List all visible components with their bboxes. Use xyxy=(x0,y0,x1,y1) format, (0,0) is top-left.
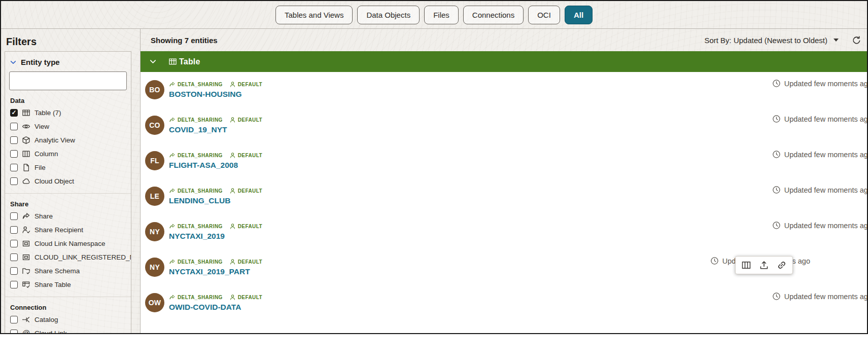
badge-delta-sharing: DELTA_SHARING xyxy=(169,294,223,301)
badge-label: DELTA_SHARING xyxy=(178,224,223,229)
badge-row: DELTA_SHARINGDEFAULT xyxy=(169,117,262,123)
refresh-button[interactable] xyxy=(852,35,861,45)
checkbox[interactable] xyxy=(10,253,18,261)
table-group-header[interactable]: Table xyxy=(141,51,867,72)
checkbox[interactable] xyxy=(10,316,18,323)
entity-name-link[interactable]: OWID-COVID-DATA xyxy=(169,303,262,312)
export-icon[interactable] xyxy=(759,260,769,270)
cube-icon xyxy=(22,136,30,144)
badge-row: DELTA_SHARINGDEFAULT xyxy=(169,188,262,194)
entity-type-filter-input[interactable] xyxy=(9,71,127,90)
entity-name-link[interactable]: COVID_19_NYT xyxy=(169,125,262,134)
filter-item-cloud-link-registered-namesp[interactable]: CLOUD_LINK_REGISTERED_NAMESP xyxy=(5,250,131,264)
sort-by-control[interactable]: Sort By: Updated (Newest to Oldest) xyxy=(704,36,839,45)
share-icon xyxy=(22,212,30,221)
table-icon xyxy=(168,57,177,66)
filter-item-analytic-view[interactable]: Analytic View xyxy=(5,133,131,147)
top-tab-bar: Tables and ViewsData ObjectsFilesConnect… xyxy=(1,1,867,29)
entity-name-link[interactable]: LENDING_CLUB xyxy=(169,196,262,205)
tab-data-objects[interactable]: Data Objects xyxy=(357,6,420,24)
avatar: BO xyxy=(145,80,164,99)
checkbox[interactable] xyxy=(10,330,18,334)
checkbox[interactable] xyxy=(10,212,18,220)
checkbox[interactable] xyxy=(10,123,18,130)
checkbox[interactable] xyxy=(10,240,18,247)
checkbox[interactable] xyxy=(10,267,18,275)
entity-row-flight-asa-2008: FLDELTA_SHARINGDEFAULTFLIGHT-ASA_2008Upd… xyxy=(141,143,867,178)
filters-sidebar: Filters Entity type DataTable (7)ViewAna… xyxy=(1,29,141,333)
badge-label: DEFAULT xyxy=(238,117,262,123)
badge-delta-sharing: DELTA_SHARING xyxy=(169,223,223,230)
checkbox[interactable] xyxy=(10,164,18,171)
tab-files[interactable]: Files xyxy=(424,6,459,24)
avatar: CO xyxy=(145,116,164,135)
updated-timestamp: Updated few moments ago xyxy=(772,186,868,194)
entity-name-link[interactable]: BOSTON-HOUSING xyxy=(169,90,262,99)
badge-row: DELTA_SHARINGDEFAULT xyxy=(169,223,262,230)
columns-icon[interactable] xyxy=(741,260,751,270)
badge-label: DEFAULT xyxy=(238,82,262,87)
filter-item-cloud-object[interactable]: Cloud Object xyxy=(5,174,131,188)
sort-by-label: Sort By: Updated (Newest to Oldest) xyxy=(704,36,827,45)
tab-tables-and-views[interactable]: Tables and Views xyxy=(275,6,353,24)
filter-sections: DataTable (7)ViewAnalytic ViewColumnFile… xyxy=(5,97,131,334)
entity-meta: DELTA_SHARINGDEFAULTCOVID_19_NYT xyxy=(169,116,262,134)
entity-meta: DELTA_SHARINGDEFAULTBOSTON-HOUSING xyxy=(169,81,262,99)
filter-item-table-7[interactable]: Table (7) xyxy=(5,106,131,120)
badge-default: DEFAULT xyxy=(229,81,262,88)
badge-label: DELTA_SHARING xyxy=(178,188,223,194)
badge-default: DEFAULT xyxy=(229,117,262,123)
filter-item-share-schema[interactable]: Share Schema xyxy=(5,264,131,278)
namespace-icon xyxy=(22,253,30,262)
entity-type-panel: Entity type DataTable (7)ViewAnalytic Vi… xyxy=(5,51,131,334)
filter-item-label: Share xyxy=(34,212,53,220)
entity-row-owid-covid-data: OWDELTA_SHARINGDEFAULTOWID-COVID-DATAUpd… xyxy=(141,285,867,320)
filter-item-column[interactable]: Column xyxy=(5,147,131,161)
entity-row-boston-housing: BODELTA_SHARINGDEFAULTBOSTON-HOUSINGUpda… xyxy=(141,72,867,107)
checkbox[interactable] xyxy=(10,150,18,158)
share-icon xyxy=(169,294,176,301)
updated-text: Updated few moments ago xyxy=(784,293,868,301)
filter-item-catalog[interactable]: Catalog xyxy=(5,313,131,326)
link-icon[interactable] xyxy=(777,260,787,270)
entity-name-link[interactable]: NYCTAXI_2019 xyxy=(169,232,262,241)
filter-item-share[interactable]: Share xyxy=(5,209,131,223)
filter-item-file[interactable]: File xyxy=(5,161,131,174)
entity-type-header[interactable]: Entity type xyxy=(5,56,131,71)
entity-name-link[interactable]: NYCTAXI_2019_PART xyxy=(169,267,262,276)
share-icon xyxy=(169,223,176,230)
share-icon xyxy=(169,188,176,194)
checkbox[interactable] xyxy=(10,136,18,144)
filter-item-share-table[interactable]: Share Table xyxy=(5,278,131,292)
checkbox[interactable] xyxy=(10,226,18,234)
entity-meta: DELTA_SHARINGDEFAULTNYCTAXI_2019 xyxy=(169,223,262,241)
badge-delta-sharing: DELTA_SHARING xyxy=(169,152,223,159)
badge-label: DEFAULT xyxy=(238,295,262,300)
badge-delta-sharing: DELTA_SHARING xyxy=(169,259,223,265)
chevron-down-icon xyxy=(10,59,17,66)
filter-item-label: Share Recipient xyxy=(34,226,83,234)
filter-item-cloud-link-namespace[interactable]: Cloud Link Namespace xyxy=(5,237,131,250)
checkbox[interactable] xyxy=(10,281,18,288)
badge-label: DEFAULT xyxy=(238,259,262,265)
person-icon xyxy=(229,188,236,194)
filter-item-share-recipient[interactable]: Share Recipient xyxy=(5,223,131,237)
collapse-chevron-icon[interactable] xyxy=(149,58,157,65)
results-count: Showing 7 entities xyxy=(151,36,218,45)
tab-all[interactable]: All xyxy=(565,6,593,24)
app-window: Tables and ViewsData ObjectsFilesConnect… xyxy=(0,0,868,334)
filter-item-view[interactable]: View xyxy=(5,120,131,133)
entity-name-link[interactable]: FLIGHT-ASA_2008 xyxy=(169,161,262,170)
entity-tab-group: Tables and ViewsData ObjectsFilesConnect… xyxy=(275,6,593,24)
person-icon xyxy=(229,223,236,230)
filter-item-cloud-link[interactable]: @Cloud Link xyxy=(5,326,131,334)
person-icon xyxy=(229,294,236,301)
share-icon xyxy=(169,152,176,159)
folder-check-icon xyxy=(22,267,30,275)
checkbox[interactable] xyxy=(10,109,18,117)
tab-connections[interactable]: Connections xyxy=(463,6,524,24)
tab-oci[interactable]: OCI xyxy=(528,6,560,24)
avatar: LE xyxy=(145,187,164,206)
clock-icon xyxy=(772,221,781,230)
checkbox[interactable] xyxy=(10,177,18,185)
